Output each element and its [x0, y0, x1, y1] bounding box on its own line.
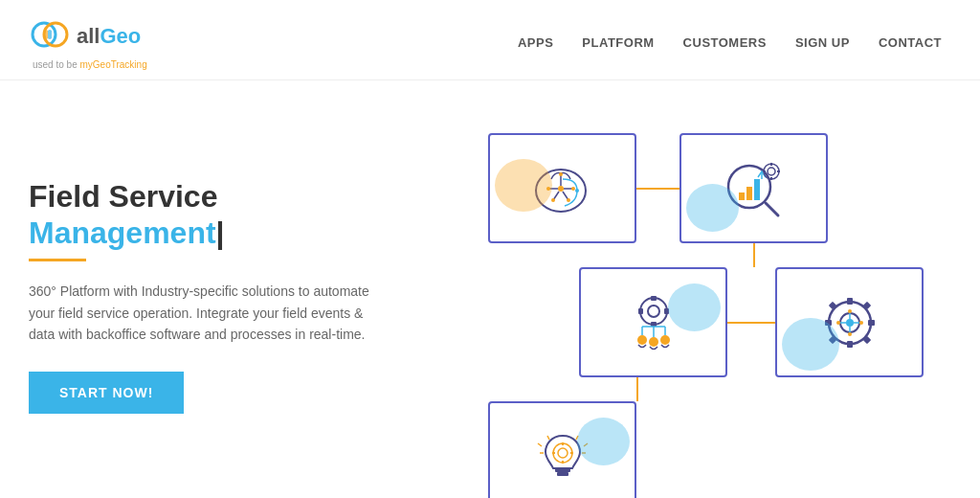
- svg-point-62: [558, 448, 568, 458]
- hero-description: 360° Platform with Industry-specific sol…: [29, 281, 373, 345]
- svg-point-50: [846, 319, 854, 327]
- connector-line-v1: [753, 243, 755, 267]
- headline-part1: Field Service: [29, 179, 217, 214]
- connector-line-h1: [636, 188, 679, 190]
- nav-apps[interactable]: APPS: [518, 35, 553, 50]
- svg-rect-19: [754, 179, 760, 200]
- start-now-button[interactable]: START NOW!: [29, 372, 184, 414]
- nav-signup[interactable]: SIGN UP: [795, 35, 850, 50]
- svg-point-12: [551, 198, 555, 202]
- svg-point-14: [575, 189, 579, 192]
- headline-underline: [29, 259, 86, 261]
- logo-tagline: used to be myGeoTracking: [29, 59, 147, 70]
- diagram: [431, 80, 951, 498]
- svg-rect-17: [739, 192, 745, 200]
- svg-point-33: [637, 335, 647, 345]
- headline-cursor: |: [216, 215, 225, 250]
- svg-line-69: [547, 436, 549, 440]
- svg-rect-31: [638, 308, 643, 314]
- svg-point-22: [768, 168, 775, 175]
- svg-point-55: [848, 309, 852, 313]
- diagram-card-5: [488, 401, 636, 498]
- blob-5: [577, 418, 630, 465]
- nav: APPS PLATFORM CUSTOMERS SIGN UP CONTACT: [518, 35, 942, 50]
- diagram-card-2: [679, 133, 828, 243]
- svg-point-9: [559, 172, 563, 176]
- svg-point-57: [836, 321, 840, 325]
- blob-1: [495, 159, 552, 212]
- svg-point-61: [553, 443, 572, 463]
- logo: allGeo used to be myGeoTracking: [29, 15, 147, 70]
- nav-platform[interactable]: PLATFORM: [582, 35, 654, 50]
- headline: Field Service Management|: [29, 178, 412, 252]
- svg-line-16: [766, 203, 778, 215]
- logo-text: allGeo: [77, 26, 141, 47]
- svg-rect-18: [746, 187, 752, 200]
- diagram-card-3: [579, 267, 727, 377]
- svg-point-35: [660, 335, 670, 345]
- logo-icon: [29, 15, 71, 57]
- svg-point-34: [649, 337, 658, 347]
- svg-point-27: [640, 298, 667, 325]
- blob-3: [668, 283, 721, 331]
- connector-line-v2: [636, 377, 638, 401]
- main-content: Field Service Management| 360° Platform …: [0, 80, 980, 498]
- svg-rect-43: [847, 341, 853, 348]
- header: allGeo used to be myGeoTracking APPS PLA…: [0, 0, 980, 80]
- svg-point-3: [558, 186, 564, 192]
- svg-line-68: [538, 443, 542, 446]
- right-panel: [431, 80, 951, 498]
- svg-rect-29: [651, 296, 657, 301]
- nav-customers[interactable]: CUSTOMERS: [683, 35, 767, 50]
- blob-2: [686, 184, 739, 232]
- diagram-card-1: [488, 133, 636, 243]
- svg-point-58: [848, 332, 852, 336]
- svg-rect-45: [868, 320, 875, 326]
- blob-4: [782, 318, 839, 371]
- svg-rect-59: [555, 468, 570, 472]
- svg-rect-42: [847, 298, 853, 305]
- svg-point-11: [571, 187, 575, 191]
- svg-rect-60: [557, 472, 568, 476]
- svg-point-28: [648, 306, 659, 317]
- svg-point-21: [764, 164, 779, 179]
- nav-contact[interactable]: CONTACT: [879, 35, 942, 50]
- svg-point-13: [567, 198, 570, 202]
- left-panel: Field Service Management| 360° Platform …: [29, 169, 431, 415]
- headline-part2: Management: [29, 215, 216, 250]
- svg-point-56: [859, 321, 863, 325]
- diagram-card-4: [775, 267, 924, 377]
- connector-line-h3: [727, 322, 775, 324]
